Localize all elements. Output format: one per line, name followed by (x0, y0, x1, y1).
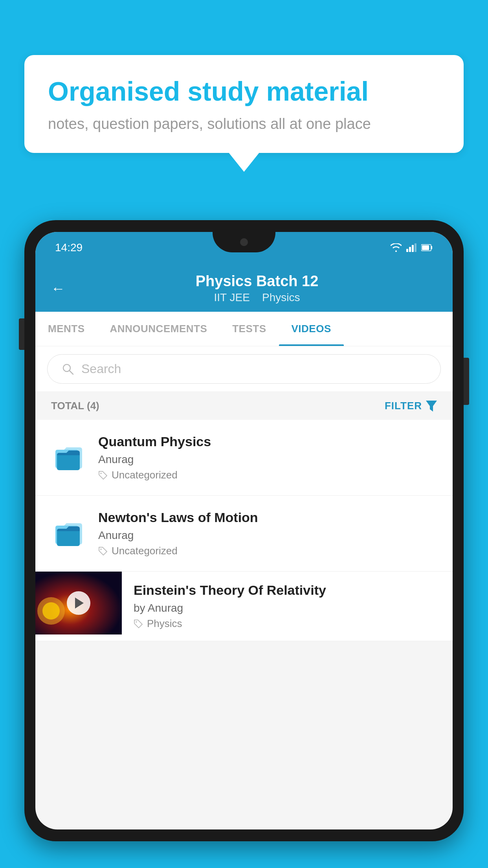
item-tag: Uncategorized (98, 469, 437, 481)
item-tag: Physics (134, 618, 441, 630)
filter-icon (426, 401, 437, 412)
tag-icon (98, 471, 108, 480)
item-author: Anurag (98, 453, 437, 466)
svg-rect-14 (57, 529, 80, 546)
tab-videos[interactable]: VIDEOS (279, 312, 344, 346)
folder-icon (53, 442, 84, 473)
filter-label: FILTER (385, 400, 422, 412)
search-bar: Search (35, 346, 453, 392)
filter-button[interactable]: FILTER (385, 400, 437, 412)
search-icon (62, 363, 74, 375)
item-icon-folder (51, 516, 86, 551)
speech-bubble-arrow (228, 152, 260, 172)
svg-marker-9 (426, 401, 437, 412)
item-author: by Anurag (134, 602, 441, 614)
header-title: Physics Batch 12 (77, 273, 437, 290)
signal-icon (406, 243, 416, 252)
status-icons (391, 243, 433, 252)
phone-device: 14:29 (24, 220, 464, 841)
svg-point-12 (101, 473, 102, 474)
content-list: Quantum Physics Anurag Uncategorized (35, 420, 453, 641)
battery-icon (421, 243, 433, 252)
total-count: TOTAL (4) (51, 400, 99, 412)
speech-bubble: Organised study material notes, question… (24, 55, 464, 153)
video-thumbnail (35, 572, 122, 634)
play-triangle-icon (75, 598, 84, 609)
tab-announcements[interactable]: ANNOUNCEMENTS (97, 312, 220, 346)
search-placeholder: Search (81, 362, 121, 376)
tag-icon (134, 619, 143, 629)
status-bar: 14:29 (35, 232, 453, 263)
speech-bubble-section: Organised study material notes, question… (24, 55, 464, 173)
header-title-area: Physics Batch 12 IIT JEE Physics (77, 273, 437, 304)
header-subtitle-part1: IIT JEE (214, 291, 250, 303)
header-subtitle-part2: Physics (262, 291, 300, 303)
item-title: Einstein's Theory Of Relativity (134, 583, 441, 598)
svg-point-18 (42, 602, 60, 620)
svg-line-8 (69, 370, 73, 374)
item-icon-folder (51, 440, 86, 475)
play-button[interactable] (67, 591, 90, 615)
speech-bubble-subtitle: notes, question papers, solutions all at… (48, 116, 440, 132)
phone-wrapper: 14:29 (24, 220, 464, 868)
back-button[interactable]: ← (51, 280, 65, 297)
svg-rect-11 (57, 453, 80, 470)
svg-rect-2 (412, 245, 414, 252)
tag-icon (98, 546, 108, 556)
status-time: 14:29 (55, 241, 83, 254)
tab-ments[interactable]: MENTS (35, 312, 97, 346)
svg-rect-0 (406, 249, 408, 252)
svg-rect-1 (409, 247, 411, 252)
wifi-icon (391, 243, 402, 252)
search-input[interactable]: Search (47, 354, 441, 384)
phone-screen: 14:29 (35, 232, 453, 829)
svg-rect-3 (415, 243, 416, 252)
item-tag-label: Uncategorized (112, 545, 178, 557)
svg-rect-5 (431, 246, 432, 249)
list-item-thumb[interactable]: Einstein's Theory Of Relativity by Anura… (35, 572, 453, 641)
folder-icon (53, 518, 84, 549)
item-tag-label: Physics (147, 618, 182, 630)
item-info: Newton's Laws of Motion Anurag Uncategor… (98, 510, 437, 557)
filter-bar: TOTAL (4) FILTER (35, 392, 453, 420)
camera-dot (240, 238, 248, 246)
app-header: ← Physics Batch 12 IIT JEE Physics (35, 263, 453, 312)
list-item[interactable]: Quantum Physics Anurag Uncategorized (35, 420, 453, 496)
item-title: Quantum Physics (98, 434, 437, 449)
speech-bubble-title: Organised study material (48, 75, 440, 108)
tab-bar: MENTS ANNOUNCEMENTS TESTS VIDEOS (35, 312, 453, 346)
item-info: Einstein's Theory Of Relativity by Anura… (122, 572, 453, 641)
svg-rect-6 (422, 245, 429, 250)
svg-point-19 (136, 621, 137, 622)
item-tag: Uncategorized (98, 545, 437, 557)
tab-tests[interactable]: TESTS (220, 312, 279, 346)
item-info: Quantum Physics Anurag Uncategorized (98, 434, 437, 481)
list-item[interactable]: Newton's Laws of Motion Anurag Uncategor… (35, 496, 453, 572)
header-subtitle: IIT JEE Physics (77, 291, 437, 304)
svg-point-15 (101, 548, 102, 550)
item-tag-label: Uncategorized (112, 469, 178, 481)
thumb-bg (35, 572, 122, 634)
phone-notch (213, 232, 275, 252)
item-author: Anurag (98, 529, 437, 542)
item-title: Newton's Laws of Motion (98, 510, 437, 525)
